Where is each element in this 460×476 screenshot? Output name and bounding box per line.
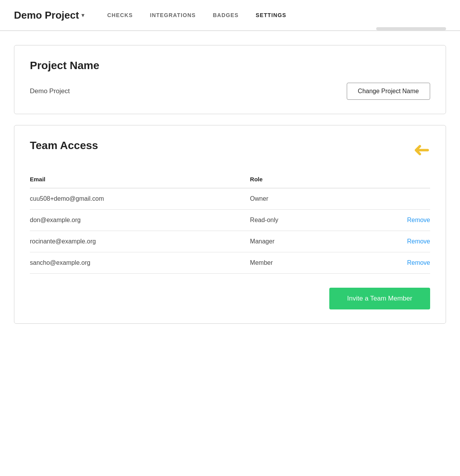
project-title[interactable]: Demo Project ▾ bbox=[14, 9, 84, 21]
member-role-1: Read-only bbox=[250, 210, 350, 231]
member-email-2: rocinante@example.org bbox=[30, 231, 250, 252]
member-action-1[interactable]: Remove bbox=[350, 210, 430, 231]
table-row: sancho@example.org Member Remove bbox=[30, 252, 430, 274]
arrow-annotation-icon: ➜ bbox=[413, 139, 430, 160]
member-email-3: sancho@example.org bbox=[30, 252, 250, 274]
team-access-title: Team Access bbox=[30, 139, 98, 152]
member-action-0 bbox=[350, 188, 430, 210]
invite-row: Invite a Team Member bbox=[30, 288, 430, 309]
team-table: Email Role cuu508+demo@gmail.com Owner d… bbox=[30, 172, 430, 274]
member-role-2: Manager bbox=[250, 231, 350, 252]
project-name-card: Project Name Demo Project Change Project… bbox=[14, 45, 446, 114]
member-action-2[interactable]: Remove bbox=[350, 231, 430, 252]
project-name-value: Demo Project bbox=[30, 87, 70, 95]
project-dropdown-arrow[interactable]: ▾ bbox=[81, 12, 84, 18]
remove-link-3[interactable]: Remove bbox=[407, 259, 430, 266]
table-row: rocinante@example.org Manager Remove bbox=[30, 231, 430, 252]
invite-team-member-button[interactable]: Invite a Team Member bbox=[329, 288, 430, 309]
team-access-header: Team Access ➜ bbox=[30, 139, 430, 160]
project-name-row: Demo Project Change Project Name bbox=[30, 83, 430, 100]
project-title-text: Demo Project bbox=[14, 9, 79, 21]
col-header-role: Role bbox=[250, 172, 350, 188]
nav-link-integrations[interactable]: INTEGRATIONS bbox=[150, 12, 195, 18]
project-name-card-title: Project Name bbox=[30, 59, 430, 72]
member-role-3: Member bbox=[250, 252, 350, 274]
main-content: Project Name Demo Project Change Project… bbox=[0, 31, 460, 338]
change-project-name-button[interactable]: Change Project Name bbox=[347, 83, 430, 100]
team-access-card: Team Access ➜ Email Role cuu508+demo@gma… bbox=[14, 125, 446, 324]
table-row: don@example.org Read-only Remove bbox=[30, 210, 430, 231]
table-row: cuu508+demo@gmail.com Owner bbox=[30, 188, 430, 210]
remove-link-2[interactable]: Remove bbox=[407, 238, 430, 245]
col-header-action bbox=[350, 172, 430, 188]
nav-link-checks[interactable]: CHECKS bbox=[107, 12, 133, 18]
col-header-email: Email bbox=[30, 172, 250, 188]
member-role-0: Owner bbox=[250, 188, 350, 210]
remove-link-1[interactable]: Remove bbox=[407, 217, 430, 223]
member-email-1: don@example.org bbox=[30, 210, 250, 231]
nav-link-settings[interactable]: SETTINGS bbox=[256, 12, 286, 18]
nav-scrollbar bbox=[376, 27, 446, 30]
member-action-3[interactable]: Remove bbox=[350, 252, 430, 274]
member-email-0: cuu508+demo@gmail.com bbox=[30, 188, 250, 210]
nav-link-badges[interactable]: BADGES bbox=[213, 12, 239, 18]
nav-links: CHECKS INTEGRATIONS BADGES SETTINGS bbox=[107, 12, 287, 18]
nav-bar: Demo Project ▾ CHECKS INTEGRATIONS BADGE… bbox=[0, 0, 460, 31]
